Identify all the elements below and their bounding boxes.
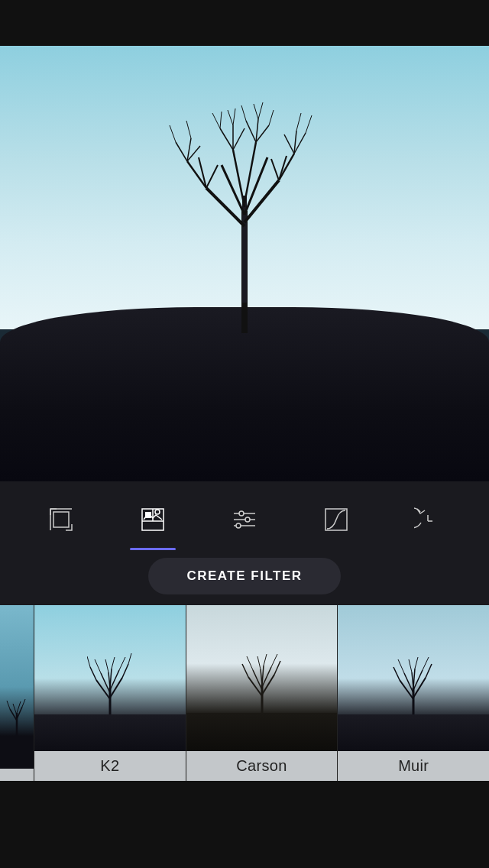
svg-line-30 — [241, 105, 246, 121]
svg-line-58 — [13, 704, 17, 715]
svg-line-70 — [119, 657, 125, 670]
filter-label-bar-muir: Muir — [338, 751, 489, 781]
svg-line-64 — [110, 678, 122, 698]
toolbar-item-history[interactable] — [400, 495, 456, 544]
toolbar-item-curves[interactable] — [308, 495, 364, 544]
filter-item-original[interactable] — [0, 605, 34, 781]
svg-line-6 — [233, 150, 244, 207]
svg-line-56 — [10, 709, 17, 721]
svg-line-68 — [122, 664, 128, 678]
svg-line-82 — [242, 664, 248, 677]
svg-point-45 — [155, 510, 160, 514]
svg-line-37 — [296, 113, 301, 131]
crop-icon — [44, 503, 78, 536]
svg-line-22 — [233, 128, 244, 150]
svg-line-79 — [262, 675, 274, 695]
tree-main — [160, 73, 329, 333]
filter-thumb-original — [0, 605, 34, 769]
svg-point-51 — [236, 523, 241, 528]
svg-line-11 — [176, 142, 187, 161]
svg-line-76 — [112, 657, 115, 669]
filter-thumb-muir — [338, 605, 489, 751]
svg-line-29 — [233, 108, 235, 125]
svg-line-23 — [246, 121, 256, 142]
svg-line-69 — [95, 659, 101, 673]
adjustments-icon — [228, 503, 261, 536]
filter-label-bar-carson: Carson — [186, 751, 338, 781]
svg-line-85 — [271, 654, 277, 667]
filter-label-bar-k2: K2 — [34, 751, 186, 781]
svg-point-50 — [245, 517, 250, 522]
svg-line-100 — [409, 659, 412, 672]
svg-line-95 — [393, 667, 400, 680]
toolbar — [0, 481, 489, 558]
svg-line-20 — [220, 128, 233, 150]
svg-line-2 — [206, 188, 244, 226]
svg-line-72 — [128, 653, 131, 664]
svg-line-61 — [22, 699, 25, 707]
svg-line-84 — [247, 656, 253, 670]
filter-thumb-carson — [186, 605, 338, 751]
svg-line-35 — [186, 121, 191, 138]
svg-line-87 — [257, 656, 261, 669]
svg-line-74 — [105, 659, 108, 672]
filters-row: K2 Carson — [0, 605, 489, 781]
filter-thumb-k2 — [34, 605, 186, 751]
filter-label-carson: Carson — [236, 757, 287, 774]
svg-line-27 — [220, 112, 222, 128]
svg-line-28 — [228, 110, 233, 125]
svg-line-67 — [90, 667, 96, 680]
svg-line-60 — [7, 701, 10, 709]
svg-line-102 — [415, 657, 418, 669]
svg-line-75 — [110, 669, 112, 688]
toolbar-item-adjustments[interactable] — [216, 495, 273, 544]
photo-area — [0, 46, 489, 481]
create-filter-container: CREATE FILTER — [0, 558, 489, 605]
svg-line-36 — [306, 115, 312, 133]
svg-line-10 — [206, 165, 218, 188]
svg-line-83 — [274, 661, 280, 675]
svg-line-31 — [254, 104, 258, 119]
curves-icon — [319, 503, 353, 536]
svg-line-32 — [258, 102, 263, 119]
photo-scene — [0, 46, 489, 481]
svg-line-71 — [87, 656, 90, 667]
svg-line-89 — [264, 654, 267, 666]
history-icon — [411, 503, 445, 536]
svg-line-33 — [269, 110, 274, 125]
filter-label-muir: Muir — [398, 757, 429, 774]
svg-line-88 — [262, 666, 264, 685]
svg-line-16 — [271, 159, 279, 180]
svg-line-19 — [284, 134, 294, 154]
filters-icon — [136, 503, 170, 536]
status-bar — [0, 0, 489, 46]
bottom-bar — [0, 781, 489, 808]
svg-point-49 — [239, 511, 244, 516]
svg-rect-40 — [53, 512, 69, 527]
toolbar-item-crop[interactable] — [33, 495, 89, 544]
svg-line-26 — [212, 113, 220, 128]
filter-label-bar-original — [0, 769, 34, 781]
svg-line-7 — [244, 142, 256, 203]
svg-line-92 — [413, 678, 426, 698]
filter-item-k2[interactable]: K2 — [34, 605, 186, 781]
toolbar-item-filters[interactable] — [125, 495, 181, 544]
svg-line-96 — [426, 664, 432, 678]
svg-line-98 — [423, 657, 429, 670]
filter-item-muir[interactable]: Muir — [338, 605, 489, 781]
filter-item-carson[interactable]: Carson — [186, 605, 338, 781]
svg-line-34 — [170, 125, 176, 142]
filter-label-k2: K2 — [100, 757, 119, 774]
create-filter-button[interactable]: CREATE FILTER — [148, 558, 340, 594]
svg-line-97 — [398, 659, 404, 673]
svg-line-101 — [413, 669, 415, 688]
